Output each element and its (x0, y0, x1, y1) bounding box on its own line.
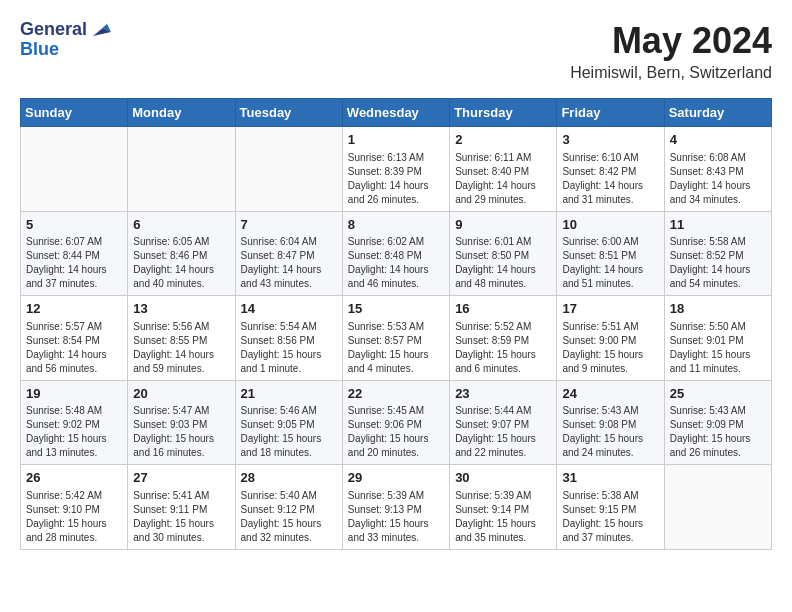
day-number: 22 (348, 385, 444, 403)
day-info: Sunrise: 5:43 AM Sunset: 9:08 PM Dayligh… (562, 404, 658, 460)
calendar-cell: 25Sunrise: 5:43 AM Sunset: 9:09 PM Dayli… (664, 380, 771, 465)
calendar-cell (235, 127, 342, 212)
day-number: 3 (562, 131, 658, 149)
calendar-cell: 3Sunrise: 6:10 AM Sunset: 8:42 PM Daylig… (557, 127, 664, 212)
calendar-cell: 4Sunrise: 6:08 AM Sunset: 8:43 PM Daylig… (664, 127, 771, 212)
day-number: 10 (562, 216, 658, 234)
day-number: 30 (455, 469, 551, 487)
calendar-week-3: 12Sunrise: 5:57 AM Sunset: 8:54 PM Dayli… (21, 296, 772, 381)
day-info: Sunrise: 5:42 AM Sunset: 9:10 PM Dayligh… (26, 489, 122, 545)
logo: General Blue (20, 20, 111, 60)
day-info: Sunrise: 5:39 AM Sunset: 9:13 PM Dayligh… (348, 489, 444, 545)
calendar-cell: 20Sunrise: 5:47 AM Sunset: 9:03 PM Dayli… (128, 380, 235, 465)
weekday-header-sunday: Sunday (21, 99, 128, 127)
logo-general: General (20, 20, 87, 40)
calendar-cell: 18Sunrise: 5:50 AM Sunset: 9:01 PM Dayli… (664, 296, 771, 381)
page-header: General Blue May 2024 Heimiswil, Bern, S… (20, 20, 772, 82)
calendar-cell: 23Sunrise: 5:44 AM Sunset: 9:07 PM Dayli… (450, 380, 557, 465)
calendar-week-4: 19Sunrise: 5:48 AM Sunset: 9:02 PM Dayli… (21, 380, 772, 465)
calendar-cell (664, 465, 771, 550)
location-title: Heimiswil, Bern, Switzerland (570, 64, 772, 82)
weekday-header-thursday: Thursday (450, 99, 557, 127)
calendar-week-5: 26Sunrise: 5:42 AM Sunset: 9:10 PM Dayli… (21, 465, 772, 550)
day-number: 2 (455, 131, 551, 149)
calendar-table: SundayMondayTuesdayWednesdayThursdayFrid… (20, 98, 772, 550)
day-info: Sunrise: 6:01 AM Sunset: 8:50 PM Dayligh… (455, 235, 551, 291)
day-info: Sunrise: 5:43 AM Sunset: 9:09 PM Dayligh… (670, 404, 766, 460)
day-number: 1 (348, 131, 444, 149)
calendar-cell: 16Sunrise: 5:52 AM Sunset: 8:59 PM Dayli… (450, 296, 557, 381)
day-number: 23 (455, 385, 551, 403)
day-info: Sunrise: 5:38 AM Sunset: 9:15 PM Dayligh… (562, 489, 658, 545)
calendar-cell: 10Sunrise: 6:00 AM Sunset: 8:51 PM Dayli… (557, 211, 664, 296)
calendar-cell: 7Sunrise: 6:04 AM Sunset: 8:47 PM Daylig… (235, 211, 342, 296)
day-number: 15 (348, 300, 444, 318)
calendar-cell: 26Sunrise: 5:42 AM Sunset: 9:10 PM Dayli… (21, 465, 128, 550)
calendar-cell: 28Sunrise: 5:40 AM Sunset: 9:12 PM Dayli… (235, 465, 342, 550)
day-number: 12 (26, 300, 122, 318)
day-info: Sunrise: 6:07 AM Sunset: 8:44 PM Dayligh… (26, 235, 122, 291)
weekday-header-tuesday: Tuesday (235, 99, 342, 127)
calendar-week-2: 5Sunrise: 6:07 AM Sunset: 8:44 PM Daylig… (21, 211, 772, 296)
calendar-cell: 31Sunrise: 5:38 AM Sunset: 9:15 PM Dayli… (557, 465, 664, 550)
calendar-cell: 2Sunrise: 6:11 AM Sunset: 8:40 PM Daylig… (450, 127, 557, 212)
calendar-cell: 5Sunrise: 6:07 AM Sunset: 8:44 PM Daylig… (21, 211, 128, 296)
day-info: Sunrise: 6:04 AM Sunset: 8:47 PM Dayligh… (241, 235, 337, 291)
day-number: 26 (26, 469, 122, 487)
day-info: Sunrise: 5:39 AM Sunset: 9:14 PM Dayligh… (455, 489, 551, 545)
calendar-cell (128, 127, 235, 212)
day-info: Sunrise: 5:57 AM Sunset: 8:54 PM Dayligh… (26, 320, 122, 376)
calendar-cell: 14Sunrise: 5:54 AM Sunset: 8:56 PM Dayli… (235, 296, 342, 381)
calendar-cell: 13Sunrise: 5:56 AM Sunset: 8:55 PM Dayli… (128, 296, 235, 381)
calendar-cell: 8Sunrise: 6:02 AM Sunset: 8:48 PM Daylig… (342, 211, 449, 296)
calendar-cell: 19Sunrise: 5:48 AM Sunset: 9:02 PM Dayli… (21, 380, 128, 465)
day-info: Sunrise: 5:51 AM Sunset: 9:00 PM Dayligh… (562, 320, 658, 376)
day-info: Sunrise: 5:58 AM Sunset: 8:52 PM Dayligh… (670, 235, 766, 291)
day-info: Sunrise: 6:10 AM Sunset: 8:42 PM Dayligh… (562, 151, 658, 207)
day-info: Sunrise: 6:00 AM Sunset: 8:51 PM Dayligh… (562, 235, 658, 291)
day-info: Sunrise: 6:05 AM Sunset: 8:46 PM Dayligh… (133, 235, 229, 291)
calendar-cell: 6Sunrise: 6:05 AM Sunset: 8:46 PM Daylig… (128, 211, 235, 296)
calendar-week-1: 1Sunrise: 6:13 AM Sunset: 8:39 PM Daylig… (21, 127, 772, 212)
day-number: 16 (455, 300, 551, 318)
weekday-header-monday: Monday (128, 99, 235, 127)
day-info: Sunrise: 5:47 AM Sunset: 9:03 PM Dayligh… (133, 404, 229, 460)
calendar-cell: 12Sunrise: 5:57 AM Sunset: 8:54 PM Dayli… (21, 296, 128, 381)
day-info: Sunrise: 5:46 AM Sunset: 9:05 PM Dayligh… (241, 404, 337, 460)
calendar-cell: 1Sunrise: 6:13 AM Sunset: 8:39 PM Daylig… (342, 127, 449, 212)
day-info: Sunrise: 5:53 AM Sunset: 8:57 PM Dayligh… (348, 320, 444, 376)
calendar-cell: 30Sunrise: 5:39 AM Sunset: 9:14 PM Dayli… (450, 465, 557, 550)
day-info: Sunrise: 6:08 AM Sunset: 8:43 PM Dayligh… (670, 151, 766, 207)
day-number: 5 (26, 216, 122, 234)
day-number: 14 (241, 300, 337, 318)
day-number: 6 (133, 216, 229, 234)
day-number: 8 (348, 216, 444, 234)
calendar-cell: 21Sunrise: 5:46 AM Sunset: 9:05 PM Dayli… (235, 380, 342, 465)
calendar-cell: 24Sunrise: 5:43 AM Sunset: 9:08 PM Dayli… (557, 380, 664, 465)
weekday-header-saturday: Saturday (664, 99, 771, 127)
day-number: 4 (670, 131, 766, 149)
day-info: Sunrise: 5:52 AM Sunset: 8:59 PM Dayligh… (455, 320, 551, 376)
day-info: Sunrise: 6:02 AM Sunset: 8:48 PM Dayligh… (348, 235, 444, 291)
weekday-header-wednesday: Wednesday (342, 99, 449, 127)
day-info: Sunrise: 5:45 AM Sunset: 9:06 PM Dayligh… (348, 404, 444, 460)
calendar-cell: 15Sunrise: 5:53 AM Sunset: 8:57 PM Dayli… (342, 296, 449, 381)
day-number: 20 (133, 385, 229, 403)
weekday-header-row: SundayMondayTuesdayWednesdayThursdayFrid… (21, 99, 772, 127)
day-number: 29 (348, 469, 444, 487)
day-number: 25 (670, 385, 766, 403)
day-number: 9 (455, 216, 551, 234)
day-info: Sunrise: 6:11 AM Sunset: 8:40 PM Dayligh… (455, 151, 551, 207)
logo-blue: Blue (20, 40, 59, 60)
calendar-cell: 11Sunrise: 5:58 AM Sunset: 8:52 PM Dayli… (664, 211, 771, 296)
day-number: 13 (133, 300, 229, 318)
day-info: Sunrise: 5:44 AM Sunset: 9:07 PM Dayligh… (455, 404, 551, 460)
day-info: Sunrise: 6:13 AM Sunset: 8:39 PM Dayligh… (348, 151, 444, 207)
calendar-cell (21, 127, 128, 212)
day-info: Sunrise: 5:54 AM Sunset: 8:56 PM Dayligh… (241, 320, 337, 376)
day-number: 18 (670, 300, 766, 318)
day-number: 27 (133, 469, 229, 487)
day-number: 17 (562, 300, 658, 318)
weekday-header-friday: Friday (557, 99, 664, 127)
day-number: 7 (241, 216, 337, 234)
